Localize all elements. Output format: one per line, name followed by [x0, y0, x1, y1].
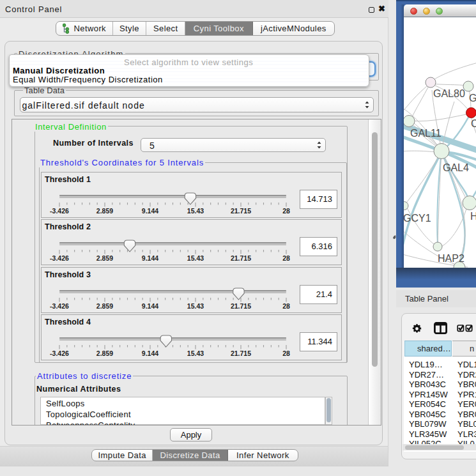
svg-text:GCY1: GCY1 [404, 213, 431, 224]
svg-text:28: 28 [282, 302, 290, 310]
svg-text:15.43: 15.43 [187, 302, 204, 310]
svg-text:9.144: 9.144 [142, 349, 158, 357]
svg-text:HAP2: HAP2 [438, 253, 464, 264]
svg-text:-3.426: -3.426 [50, 207, 69, 215]
svg-text:G.: G. [469, 93, 476, 104]
svg-text:GAL4: GAL4 [443, 162, 469, 173]
svg-text:2.859: 2.859 [96, 349, 113, 357]
svg-text:C: C [471, 118, 476, 129]
svg-text:21.715: 21.715 [231, 207, 251, 215]
svg-text:GAL80: GAL80 [433, 88, 465, 99]
svg-text:15.43: 15.43 [187, 349, 204, 357]
svg-text:21.715: 21.715 [231, 349, 251, 357]
svg-text:9.144: 9.144 [142, 254, 158, 262]
svg-text:9.144: 9.144 [142, 302, 158, 310]
svg-text:2.859: 2.859 [96, 302, 113, 310]
svg-text:-3.426: -3.426 [50, 302, 69, 310]
svg-text:28: 28 [282, 254, 290, 262]
svg-text:2.859: 2.859 [96, 254, 113, 262]
svg-text:-3.426: -3.426 [50, 349, 69, 357]
svg-text:21.715: 21.715 [231, 254, 251, 262]
svg-text:28: 28 [282, 349, 290, 357]
svg-text:15.43: 15.43 [187, 207, 204, 215]
svg-text:28: 28 [282, 207, 290, 215]
svg-text:2.859: 2.859 [96, 207, 113, 215]
svg-text:H: H [470, 211, 476, 222]
svg-text:-3.426: -3.426 [50, 254, 69, 262]
svg-text:GAL11: GAL11 [410, 128, 441, 139]
svg-text:15.43: 15.43 [187, 254, 204, 262]
svg-text:21.715: 21.715 [231, 302, 251, 310]
svg-text:9.144: 9.144 [142, 207, 158, 215]
